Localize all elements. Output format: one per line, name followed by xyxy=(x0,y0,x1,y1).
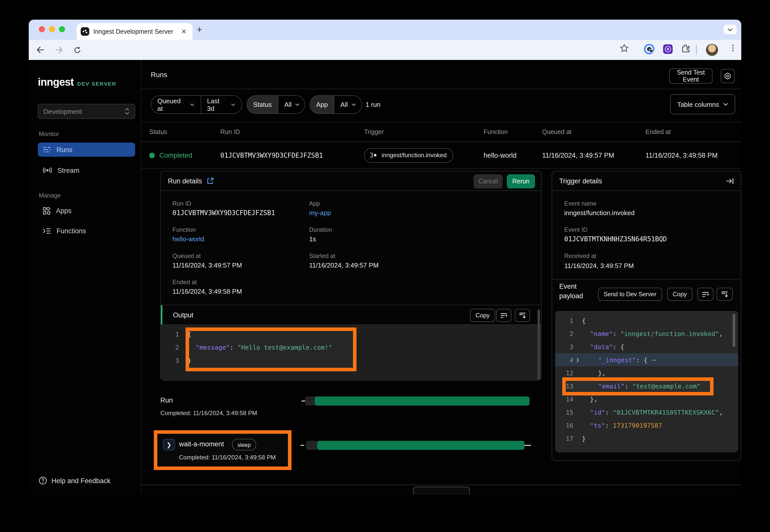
trigger-details-header: Trigger details xyxy=(552,171,741,191)
ended-at-value: 11/16/2024, 3:49:58 PM xyxy=(172,288,242,295)
back-button[interactable] xyxy=(35,44,46,55)
time-field-select[interactable]: Queued at xyxy=(151,96,201,113)
sidebar-item-runs[interactable]: Runs xyxy=(38,143,135,157)
sidebar-item-stream[interactable]: Stream xyxy=(38,163,135,177)
tab-close-icon[interactable]: ✕ xyxy=(179,27,188,36)
status-filter-value[interactable]: All xyxy=(278,96,305,113)
status-filter-label: Status xyxy=(247,96,278,113)
toolbar-separator xyxy=(696,45,697,55)
password-manager-extension-icon[interactable] xyxy=(644,44,655,56)
expand-collapsed-icon[interactable]: ❯ xyxy=(573,356,582,363)
status-filter[interactable]: Status All xyxy=(247,95,305,114)
sidebar-item-label: Apps xyxy=(56,207,72,214)
copy-payload-button[interactable]: Copy xyxy=(667,288,692,301)
extensions-puzzle-icon[interactable] xyxy=(681,44,691,55)
chevron-down-icon xyxy=(351,103,356,106)
sidebar-item-apps[interactable]: Apps xyxy=(38,204,135,218)
browser-tab[interactable]: Inngest Development Server ✕ xyxy=(77,23,192,40)
duration-label: Duration xyxy=(309,226,332,233)
environment-select[interactable]: Development xyxy=(38,104,135,119)
settings-button[interactable] xyxy=(721,69,735,83)
profile-avatar[interactable] xyxy=(706,44,718,56)
inngest-favicon-icon xyxy=(81,27,89,36)
help-and-feedback[interactable]: Help and Feedback xyxy=(39,477,110,485)
page-header: Runs Send Test Event xyxy=(141,60,741,89)
step-duration-bar[interactable] xyxy=(317,441,524,450)
trigger-details-title: Trigger details xyxy=(559,177,721,185)
purple-extension-icon[interactable] xyxy=(663,44,673,56)
inngest-app: inngest DEV SERVER Development Monitor R… xyxy=(29,60,741,495)
code-text: "id": "01JCVBTMTKR41S8STTKEXSKX6C", xyxy=(582,408,723,416)
column-header-run-id[interactable]: Run ID xyxy=(221,128,364,136)
app-link[interactable]: my-app xyxy=(309,209,331,217)
send-to-dev-server-button[interactable]: Send to Dev Server xyxy=(598,288,662,301)
new-tab-button[interactable]: + xyxy=(197,24,202,35)
output-section-header: Output Copy xyxy=(161,305,541,325)
trigger-name: inngest/function.invoked xyxy=(382,152,447,159)
payload-scrollbar[interactable] xyxy=(733,314,735,347)
event-name-value: inngest/function.invoked xyxy=(564,209,635,217)
started-at-label: Started at xyxy=(309,252,335,259)
collapse-panel-icon[interactable] xyxy=(726,178,734,184)
main-content: Runs Send Test Event Queued at Last 3d xyxy=(141,60,741,495)
minimize-window-button[interactable] xyxy=(49,26,55,32)
sidebar-item-functions[interactable]: Functions xyxy=(38,224,135,238)
browser-menu-icon[interactable]: ⋮ xyxy=(729,43,737,52)
cancel-button[interactable]: Cancel xyxy=(473,174,503,188)
timeline-run-completed: Completed: 11/16/2024, 3:49:58 PM xyxy=(160,410,257,417)
run-card-scrollbar[interactable] xyxy=(537,309,540,380)
time-range-value: Last 3d xyxy=(207,97,228,112)
event-id-label: Event ID xyxy=(564,226,588,233)
function-label: Function xyxy=(172,226,196,233)
column-header-ended-at[interactable]: Ended at xyxy=(646,128,741,136)
timeline-run-label[interactable]: Run xyxy=(160,396,173,404)
timeline-tick xyxy=(301,445,304,446)
column-header-status[interactable]: Status xyxy=(149,128,221,136)
queued-at-value: 11/16/2024, 3:49:57 PM xyxy=(172,261,242,269)
table-row[interactable]: Completed 01JCVBTMV3WXY9D3CFDEJFZSB1 inn… xyxy=(141,142,741,169)
app-label: App xyxy=(309,200,320,207)
reload-button[interactable] xyxy=(72,44,83,55)
send-test-event-button[interactable]: Send Test Event xyxy=(669,69,713,84)
time-filter[interactable]: Queued at Last 3d xyxy=(151,95,242,114)
word-wrap-icon[interactable] xyxy=(496,309,511,322)
column-header-trigger[interactable]: Trigger xyxy=(364,128,483,136)
tab-title: Inngest Development Server xyxy=(93,28,179,35)
code-line-4[interactable]: 4❯"_inngest": { ⋯ xyxy=(555,353,738,366)
app-filter[interactable]: App All xyxy=(310,95,362,114)
forward-button[interactable] xyxy=(53,44,64,55)
run-duration-bar[interactable] xyxy=(315,396,529,406)
tab-strip: Inngest Development Server ✕ + xyxy=(29,20,741,40)
timeline-tick xyxy=(302,401,305,402)
close-window-button[interactable] xyxy=(39,26,45,32)
annotation-box-email xyxy=(562,377,714,395)
app-label-text: App xyxy=(316,101,328,108)
tab-search-button[interactable] xyxy=(724,25,737,34)
word-wrap-icon[interactable] xyxy=(697,288,714,301)
partially-visible-bottom-button[interactable] xyxy=(413,487,470,495)
app-filter-value[interactable]: All xyxy=(334,96,362,113)
line-number: 12 xyxy=(555,369,573,377)
function-link[interactable]: hello-world xyxy=(172,235,204,243)
page-title: Runs xyxy=(151,71,167,79)
copy-output-button[interactable]: Copy xyxy=(470,309,495,322)
help-label: Help and Feedback xyxy=(51,477,110,484)
external-link-icon[interactable] xyxy=(207,177,214,184)
maximize-window-button[interactable] xyxy=(59,26,65,32)
line-number: 15 xyxy=(555,408,573,416)
line-number: 4 xyxy=(555,356,573,363)
timeline-tail-tick xyxy=(524,445,531,446)
scroll-to-bottom-icon[interactable] xyxy=(717,288,733,301)
time-range-select[interactable]: Last 3d xyxy=(201,96,242,113)
trigger-pill[interactable]: inngest/function.invoked xyxy=(364,148,453,162)
table-columns-button[interactable]: Table columns xyxy=(670,94,735,114)
run-details-title: Run details xyxy=(168,177,202,185)
code-text: }, xyxy=(582,369,606,377)
rerun-button[interactable]: Rerun xyxy=(507,174,535,188)
scroll-to-bottom-icon[interactable] xyxy=(515,309,530,322)
column-header-function[interactable]: Function xyxy=(483,128,542,136)
column-header-queued-at[interactable]: Queued at xyxy=(542,128,646,136)
code-text: } xyxy=(582,435,586,442)
bookmark-star-icon[interactable] xyxy=(620,44,629,55)
line-number: 3 xyxy=(555,343,573,350)
